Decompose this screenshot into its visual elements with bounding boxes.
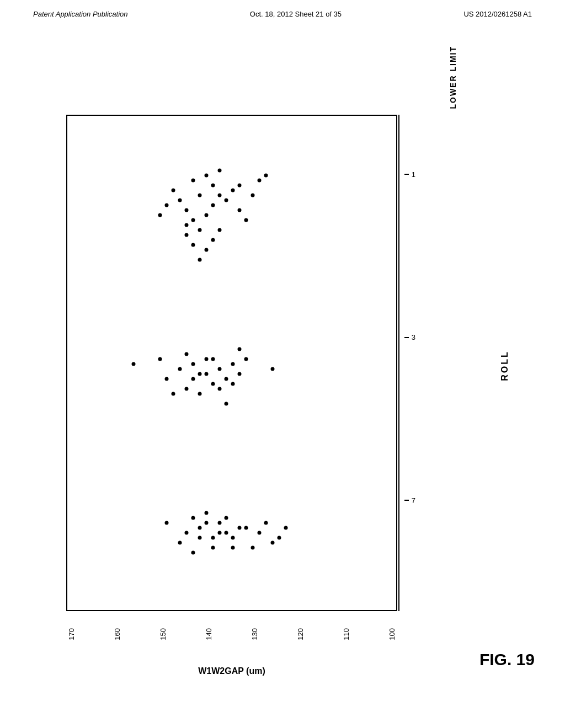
scatter-dot — [158, 357, 162, 361]
scatter-dot — [278, 536, 281, 540]
scatter-dot — [231, 362, 235, 366]
scatter-dot — [271, 367, 275, 371]
scatter-dot — [218, 387, 222, 391]
header-publication: Patent Application Publication — [33, 10, 128, 18]
scatter-dot — [218, 169, 222, 173]
figure-label: FIG. 19 — [479, 650, 535, 669]
scatter-dot — [225, 402, 228, 406]
scatter-dot — [258, 531, 262, 535]
scatter-dot — [191, 551, 195, 555]
scatter-dot — [211, 184, 215, 188]
x-tick-100: 100 — [388, 628, 396, 640]
scatter-dot — [198, 228, 202, 232]
scatter-dot — [238, 347, 242, 351]
scatter-dot — [178, 367, 182, 371]
lower-limit-label: LOWER LIMIT — [449, 46, 457, 109]
scatter-dot — [238, 372, 242, 376]
x-tick-170: 170 — [67, 628, 76, 640]
y-tick-1: 1 — [404, 170, 415, 179]
scatter-dot — [218, 228, 222, 232]
y-axis-title: ROLL — [500, 350, 510, 381]
scatter-dot — [238, 208, 242, 212]
scatter-dot — [191, 516, 195, 520]
scatter-dot — [231, 546, 235, 550]
scatter-dot — [231, 536, 235, 540]
scatter-dot — [191, 243, 195, 247]
scatter-dot — [198, 258, 202, 262]
scatter-dot — [191, 377, 195, 381]
scatter-dot — [178, 541, 182, 545]
page-header: Patent Application Publication Oct. 18, … — [0, 0, 565, 24]
x-tick-140: 140 — [205, 628, 213, 640]
scatter-dot — [185, 531, 189, 535]
scatter-dot — [178, 199, 182, 202]
x-tick-130: 130 — [250, 628, 259, 640]
scatter-dot — [205, 521, 209, 525]
scatter-dot — [185, 233, 189, 237]
scatter-dot — [211, 536, 215, 540]
scatter-dot — [231, 382, 235, 386]
scatter-dot — [244, 357, 248, 361]
scatter-dot — [165, 377, 169, 381]
scatter-dot — [205, 372, 209, 376]
scatter-dot — [238, 526, 242, 530]
lower-limit-line — [398, 115, 399, 611]
scatter-dot — [244, 218, 248, 222]
scatter-dot — [211, 546, 215, 550]
scatter-dot — [205, 357, 209, 361]
scatter-dot — [185, 223, 189, 227]
scatter-dot — [211, 357, 215, 361]
scatter-dot — [158, 213, 162, 217]
scatter-dot — [225, 377, 228, 381]
scatter-dot — [198, 372, 202, 376]
x-tick-120: 120 — [296, 628, 305, 640]
scatter-dot — [225, 531, 228, 535]
y-tick-3: 3 — [404, 333, 415, 341]
x-tick-160: 160 — [113, 628, 121, 640]
scatter-dot — [205, 511, 209, 515]
scatter-dot — [205, 174, 209, 178]
scatter-dot — [238, 184, 242, 188]
scatter-dot — [251, 546, 255, 550]
x-axis-labels: 170 160 150 140 130 120 110 100 — [67, 628, 396, 640]
header-patent-number: US 2012/0261258 A1 — [463, 10, 532, 18]
scatter-dot — [271, 541, 275, 545]
scatter-dot — [191, 362, 195, 366]
scatter-dot — [244, 526, 248, 530]
header-date-sheet: Oct. 18, 2012 Sheet 21 of 35 — [250, 10, 342, 18]
scatter-dot — [264, 521, 268, 525]
scatter-dot — [211, 238, 215, 242]
scatter-dot — [185, 387, 189, 391]
scatter-dot — [231, 189, 235, 192]
scatter-dot — [172, 189, 175, 192]
scatter-dot — [191, 179, 195, 183]
chart-area: LOWER LIMIT ROLL FIG. 19 1 3 7 170 160 1… — [0, 29, 565, 702]
scatter-dot — [205, 248, 209, 252]
scatter-dot — [218, 531, 222, 535]
scatter-dot — [211, 204, 215, 207]
scatter-dot — [198, 392, 202, 396]
x-tick-150: 150 — [159, 628, 167, 640]
scatter-dot — [218, 194, 222, 197]
scatter-dot — [172, 392, 175, 396]
scatter-dot — [264, 174, 268, 178]
scatter-dot — [225, 199, 228, 202]
scatter-dot — [218, 367, 222, 371]
scatter-dot — [191, 218, 195, 222]
scatter-dot — [198, 194, 202, 197]
scatter-dot — [132, 362, 136, 366]
x-tick-110: 110 — [342, 628, 350, 640]
scatter-dot — [185, 352, 189, 356]
scatter-dot — [258, 179, 262, 183]
scatter-dot — [211, 382, 215, 386]
scatter-dot — [205, 213, 209, 217]
scatter-dot — [284, 526, 288, 530]
scatter-dot — [165, 204, 169, 207]
y-tick-7: 7 — [404, 496, 415, 505]
scatter-dot — [251, 194, 255, 197]
scatter-dot — [198, 536, 202, 540]
x-axis-title: W1W2GAP (um) — [198, 666, 265, 676]
scatter-plot: 1 3 7 170 160 150 140 130 120 110 100 W1… — [66, 115, 397, 611]
scatter-dot — [218, 521, 222, 525]
scatter-dot — [198, 526, 202, 530]
